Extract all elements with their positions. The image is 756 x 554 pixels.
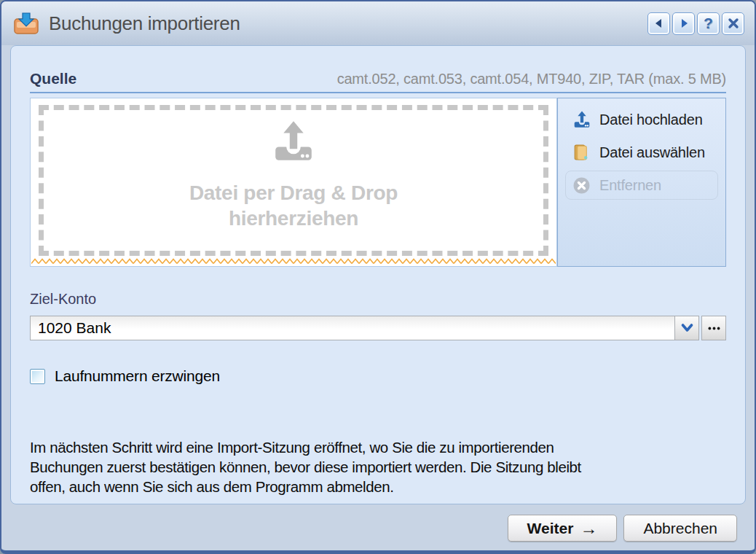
upload-file-label: Datei hochladen	[599, 112, 703, 128]
allowed-formats-hint: camt.052, camt.053, camt.054, MT940, ZIP…	[337, 71, 726, 87]
remove-file-button: Entfernen	[565, 171, 718, 200]
cancel-button-label: Abbrechen	[643, 520, 717, 537]
source-label: Quelle	[30, 70, 76, 87]
triangle-left-icon	[653, 17, 665, 29]
ellipsis-icon	[708, 327, 720, 330]
chevron-down-icon	[681, 324, 693, 332]
dropzone-content: Datei per Drag & Drop hierherziehen	[189, 120, 398, 231]
back-button[interactable]	[647, 12, 670, 35]
file-dropzone[interactable]: Datei per Drag & Drop hierherziehen	[30, 98, 557, 267]
cancel-button[interactable]: Abbrechen	[623, 515, 737, 542]
target-account-combobox	[30, 316, 726, 340]
source-header: Quelle camt.052, camt.053, camt.054, MT9…	[30, 46, 726, 87]
help-button[interactable]: ?	[697, 12, 720, 35]
next-button[interactable]: Weiter →	[508, 515, 618, 542]
upload-icon	[270, 120, 317, 164]
header-separator	[30, 92, 726, 93]
import-tray-icon	[13, 12, 39, 35]
close-button[interactable]	[722, 12, 744, 35]
info-text: Im nächsten Schritt wird eine Import-Sit…	[30, 437, 726, 496]
import-dialog: Buchungen importieren ?	[0, 0, 756, 554]
choose-file-button[interactable]: Datei auswählen	[565, 138, 718, 167]
remove-circle-icon	[572, 176, 591, 195]
titlebar: Buchungen importieren ?	[1, 1, 755, 45]
zigzag-decoration	[31, 258, 556, 265]
account-browse-button[interactable]	[701, 316, 726, 340]
force-sequence-row: Laufnummern erzwingen	[30, 367, 726, 385]
force-sequence-label: Laufnummern erzwingen	[55, 367, 220, 385]
dropzone-text: Datei per Drag & Drop hierherziehen	[189, 180, 398, 231]
main-panel: Quelle camt.052, camt.053, camt.054, MT9…	[10, 45, 746, 504]
target-account-input[interactable]	[30, 316, 674, 340]
upload-file-icon	[572, 110, 591, 129]
folder-icon	[572, 143, 591, 162]
triangle-right-icon	[678, 17, 690, 29]
upload-file-button[interactable]: Datei hochladen	[565, 105, 718, 134]
source-row: Datei per Drag & Drop hierherziehen	[30, 98, 726, 267]
close-icon	[727, 17, 740, 30]
remove-file-label: Entfernen	[599, 177, 661, 194]
next-button-label: Weiter	[527, 520, 574, 537]
footer: Weiter → Abbrechen	[1, 504, 755, 542]
titlebar-nav: ?	[647, 12, 744, 35]
forward-button[interactable]	[672, 12, 695, 35]
file-actions-panel: Datei hochladen Datei auswählen	[557, 98, 726, 267]
dialog-title: Buchungen importieren	[49, 12, 240, 35]
combo-dropdown-button[interactable]	[674, 316, 699, 340]
choose-file-label: Datei auswählen	[599, 144, 705, 161]
arrow-right-icon: →	[580, 520, 597, 537]
force-sequence-checkbox[interactable]	[30, 369, 45, 384]
question-mark-icon: ?	[704, 15, 713, 32]
target-account-label: Ziel-Konto	[30, 291, 726, 308]
